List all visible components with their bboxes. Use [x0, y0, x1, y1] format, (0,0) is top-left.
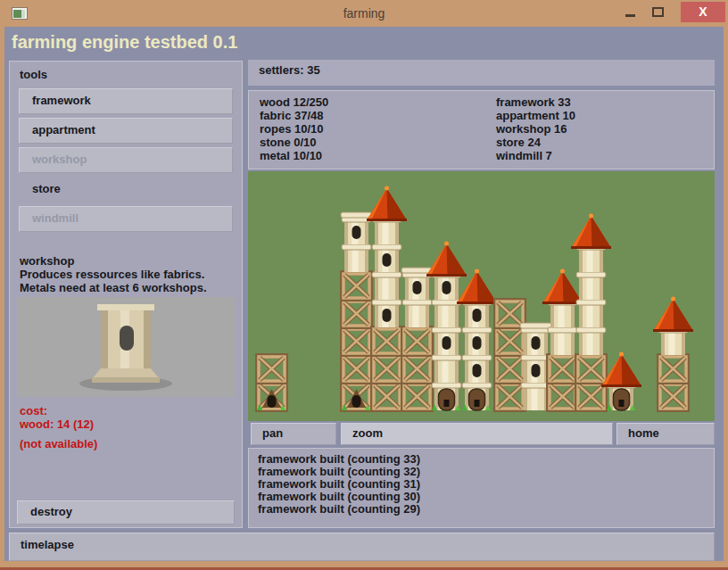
resource-list: wood 12/250fabric 37/48ropes 10/10stone … — [260, 95, 328, 162]
description-line: Produces ressources like fabrics. — [20, 268, 237, 281]
log-line: framework built (counting 30) — [258, 491, 714, 503]
log-panel: framework built (counting 33)framework b… — [248, 448, 715, 528]
log-line: framework built (counting 31) — [258, 478, 714, 491]
main-content: farming engine testbed 0.1 tools framewo… — [4, 27, 724, 561]
tools-heading: tools — [20, 68, 47, 81]
game-scene — [248, 171, 715, 421]
maximize-icon — [652, 7, 664, 17]
tool-button-appartment[interactable]: appartment — [19, 118, 233, 144]
resource-line: metal 10/10 — [260, 149, 328, 162]
tools-panel: tools frameworkappartmentworkshopstorewi… — [9, 61, 243, 528]
titlebar: farming X — [0, 0, 728, 27]
tool-button-workshop[interactable]: workshop — [19, 147, 233, 173]
resource-line: ropes 10/10 — [260, 122, 328, 136]
window-title: farming — [0, 6, 728, 21]
log-line: framework built (counting 33) — [258, 453, 714, 466]
log-line: framework built (counting 29) — [258, 503, 714, 516]
preview-image — [17, 297, 235, 397]
tool-button-framework[interactable]: framework — [19, 88, 233, 114]
building-count-list: framework 33appartment 10workshop 16stor… — [496, 95, 575, 162]
preview-tower-graphic — [17, 297, 235, 397]
log-line: framework built (counting 32) — [258, 466, 714, 478]
settlers-bar: settlers: 35 — [248, 60, 715, 86]
cost-line: cost: — [20, 404, 94, 417]
home-button[interactable]: home — [616, 423, 715, 445]
building-count-line: workshop 16 — [496, 122, 575, 136]
minimize-button[interactable] — [622, 2, 641, 22]
minimize-icon — [625, 14, 635, 17]
timelapse-button[interactable]: timelapse — [9, 533, 715, 561]
resources-panel: wood 12/250fabric 37/48ropes 10/10stone … — [248, 90, 715, 169]
settlers-label: settlers: 35 — [248, 60, 715, 77]
description-line: Metals need at least 6 workshops. — [20, 281, 237, 294]
description-line: workshop — [20, 254, 237, 268]
building-count-line: store 24 — [496, 136, 575, 149]
tool-list: frameworkappartmentworkshopstorewindmill — [19, 88, 233, 235]
resource-line: fabric 37/48 — [260, 109, 328, 122]
tool-description: workshopProduces ressources like fabrics… — [20, 254, 237, 294]
building-count-line: windmill 7 — [496, 149, 575, 162]
game-canvas[interactable] — [248, 171, 715, 421]
tool-button-store[interactable]: store — [19, 177, 233, 202]
building-count-line: appartment 10 — [496, 109, 575, 122]
app-window: farming X farming engine testbed 0.1 too… — [0, 0, 728, 570]
building-count-line: framework 33 — [496, 95, 575, 109]
resource-line: stone 0/10 — [260, 136, 328, 149]
zoom-button[interactable]: zoom — [341, 423, 613, 445]
cost-info: cost:wood: 14 (12) — [20, 404, 94, 431]
cost-line: wood: 14 (12) — [20, 417, 94, 431]
pan-button[interactable]: pan — [251, 423, 336, 445]
resource-line: wood 12/250 — [260, 95, 328, 109]
destroy-button[interactable]: destroy — [17, 500, 235, 525]
tool-button-windmill[interactable]: windmill — [19, 206, 233, 232]
availability-label: (not available) — [20, 437, 97, 450]
close-button[interactable]: X — [681, 2, 725, 22]
page-title: farming engine testbed 0.1 — [12, 32, 237, 53]
maximize-button[interactable] — [649, 2, 669, 22]
